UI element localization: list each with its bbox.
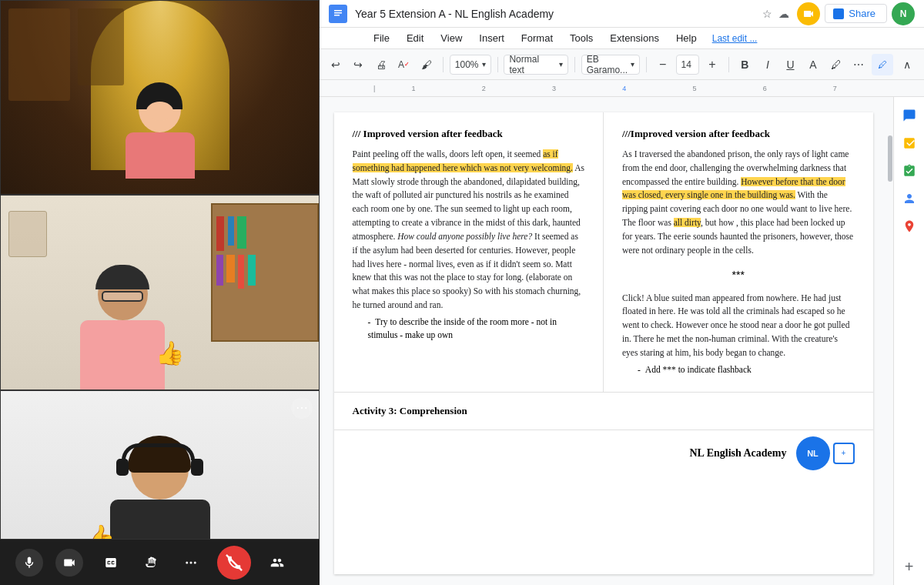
svg-line-3 (226, 554, 241, 570)
docs-app-icon (329, 5, 347, 23)
col2-second-para: Click! A blue suited man appeared from n… (622, 292, 855, 360)
separator-4 (646, 57, 647, 72)
sidebar-notes-icon[interactable] (897, 131, 922, 155)
suggest-edits-btn[interactable]: 🖊 (872, 54, 893, 75)
star-icon[interactable]: ☆ (762, 8, 772, 20)
italic-button[interactable]: I (758, 54, 778, 75)
ruler: | 1234567 (320, 80, 924, 97)
sidebar-maps-icon[interactable] (897, 214, 922, 239)
separator-1 (443, 57, 444, 72)
redo-button[interactable]: ↪ (349, 54, 369, 75)
participant-2: 👍 (80, 268, 165, 389)
font-size-select[interactable]: 14 (676, 55, 699, 75)
print-button[interactable]: 🖨 (371, 54, 391, 75)
more-options-btn[interactable]: ⋯ (291, 397, 313, 419)
menu-file[interactable]: File (366, 29, 397, 47)
scrollbar-thumb[interactable] (888, 135, 892, 182)
spell-check-button[interactable]: A✓ (394, 54, 414, 75)
sidebar-tasks-icon[interactable] (897, 159, 922, 183)
sidebar-chat-icon[interactable] (897, 103, 922, 128)
menu-edit[interactable]: Edit (399, 29, 431, 47)
sidebar-contacts-icon[interactable] (897, 186, 922, 211)
increase-font-btn[interactable]: + (702, 54, 722, 75)
participant-1 (126, 86, 195, 179)
undo-button[interactable]: ↩ (326, 54, 346, 75)
more-button[interactable] (177, 549, 205, 577)
svg-point-2 (193, 561, 196, 563)
footer-add-btn[interactable]: + (833, 443, 855, 464)
svg-rect-4 (333, 7, 343, 21)
document-content: /// Improved version after feedback Pain… (320, 97, 887, 585)
more-toolbar-button[interactable]: ⋯ (849, 54, 869, 75)
col1-bullet: Try to describe the inside of the room m… (368, 316, 585, 343)
activity-title: Activity 3: Comprehension (353, 405, 855, 417)
menu-help[interactable]: Help (668, 29, 705, 47)
col2-title: ///Improved version after feedback (622, 128, 855, 140)
share-dropdown[interactable]: Share (825, 4, 887, 23)
svg-rect-6 (334, 12, 342, 14)
document-page: /// Improved version after feedback Pain… (334, 112, 873, 574)
doc-column-2: ///Improved version after feedback As I … (604, 112, 873, 392)
sidebar-add-icon[interactable]: + (897, 554, 922, 579)
raise-hand-button[interactable] (137, 549, 165, 577)
last-edit-link[interactable]: Last edit ... (712, 33, 758, 44)
video-tile-1 (0, 0, 320, 195)
paint-button[interactable]: 🖌 (417, 54, 437, 75)
document-footer: NL English Academy NL + (334, 430, 873, 476)
highlight-button[interactable]: 🖊 (826, 54, 846, 75)
footer-text: NL English Academy (689, 447, 786, 460)
decrease-font-btn[interactable]: − (653, 54, 673, 75)
menu-tools[interactable]: Tools (562, 29, 601, 47)
scrollbar[interactable] (887, 97, 893, 585)
captions-button[interactable] (97, 549, 125, 577)
menu-insert[interactable]: Insert (471, 29, 512, 47)
mic-button[interactable] (15, 549, 43, 577)
call-toolbar (0, 539, 320, 585)
right-sidebar: + (893, 97, 924, 585)
collapse-toolbar-btn[interactable]: ∧ (896, 54, 918, 75)
col2-bullet: Add *** to indicate flashback (638, 363, 855, 376)
col1-body: Paint peeling off the walls, doors left … (353, 148, 585, 313)
separator-5 (728, 57, 729, 72)
cloud-icon[interactable]: ☁ (778, 8, 789, 20)
section-divider: *** (622, 269, 855, 281)
col1-title: /// Improved version after feedback (353, 128, 585, 140)
bold-button[interactable]: B (735, 54, 755, 75)
meet-icon[interactable] (797, 2, 820, 25)
font-color-button[interactable]: A (803, 54, 823, 75)
end-call-button[interactable] (217, 546, 251, 580)
separator-3 (574, 57, 575, 72)
menu-bar: File Edit View Insert Format Tools Exten… (320, 28, 924, 49)
share-button[interactable]: Share (845, 8, 879, 19)
style-select[interactable]: Normal text ▾ (504, 55, 567, 75)
svg-point-0 (186, 561, 188, 563)
doc-column-1: /// Improved version after feedback Pain… (334, 112, 604, 392)
video-tile-2: 👍 (0, 195, 320, 389)
footer-logo: NL (796, 436, 830, 470)
svg-rect-7 (334, 15, 340, 16)
participants-button[interactable] (263, 549, 291, 577)
document-title[interactable]: Year 5 Extension A - NL English Academy (355, 8, 755, 20)
svg-rect-5 (334, 10, 342, 12)
underline-button[interactable]: U (781, 54, 801, 75)
docs-formatting-toolbar: ↩ ↪ 🖨 A✓ 🖌 100% ▾ Normal text ▾ EB Garam… (320, 49, 924, 80)
zoom-select[interactable]: 100% ▾ (450, 55, 491, 75)
col2-body: As I traversed the abandoned prison, the… (622, 148, 855, 258)
menu-extensions[interactable]: Extensions (602, 29, 667, 47)
svg-point-1 (189, 561, 192, 563)
font-select[interactable]: EB Garamo... ▾ (581, 55, 640, 75)
share-icon (833, 8, 844, 19)
separator-2 (497, 57, 498, 72)
activity-section: Activity 3: Comprehension (334, 392, 873, 430)
menu-view[interactable]: View (433, 29, 470, 47)
profile-avatar[interactable]: N (892, 2, 915, 25)
title-bar: Year 5 Extension A - NL English Academy … (320, 0, 924, 28)
camera-button[interactable] (55, 549, 83, 577)
menu-format[interactable]: Format (514, 29, 561, 47)
